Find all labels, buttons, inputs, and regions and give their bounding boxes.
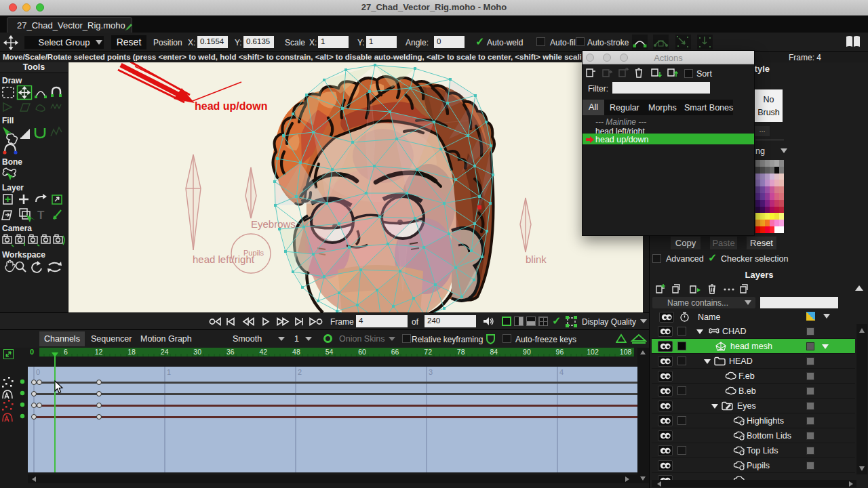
svg-text:blink: blink	[526, 253, 547, 265]
svg-text:T: T	[37, 209, 45, 222]
svg-text:Eyebrows: Eyebrows	[251, 218, 296, 230]
svg-text:head up/down: head up/down	[195, 100, 268, 112]
svg-text:Pupils: Pupils	[243, 249, 264, 257]
